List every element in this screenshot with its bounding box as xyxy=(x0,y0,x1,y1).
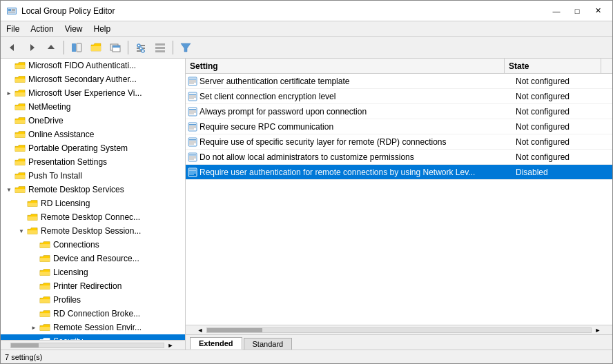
folder-icon xyxy=(14,102,26,112)
svg-marker-8 xyxy=(48,45,55,49)
menu-view[interactable]: View xyxy=(59,23,88,35)
show-hide-button[interactable] xyxy=(68,39,86,56)
setting-column-header[interactable]: Setting xyxy=(186,59,505,73)
tree-expand-icon[interactable]: ▼ xyxy=(3,184,14,195)
menu-action[interactable]: Action xyxy=(25,23,59,35)
svg-rect-35 xyxy=(189,109,196,110)
folder-icon xyxy=(27,199,38,208)
tree-item-label: Push To Install xyxy=(28,171,82,181)
svg-rect-45 xyxy=(189,139,196,141)
svg-rect-32 xyxy=(189,97,196,97)
right-hscroll-track[interactable] xyxy=(206,327,592,333)
table-row[interactable]: Do not allow local administrators to cus… xyxy=(186,150,612,165)
tree-item[interactable]: Security xyxy=(1,334,185,340)
tree-item[interactable]: Licensing xyxy=(1,265,185,279)
tree-item[interactable]: Microsoft FIDO Authenticati... xyxy=(1,59,185,72)
tree-view[interactable]: Microsoft FIDO Authenticati... Microsoft… xyxy=(1,59,185,340)
left-pane: Microsoft FIDO Authenticati... Microsoft… xyxy=(1,59,186,350)
svg-rect-41 xyxy=(189,125,196,126)
tree-item[interactable]: ▼ Remote Desktop Services xyxy=(1,183,185,196)
properties-button[interactable] xyxy=(132,39,150,56)
forward-button[interactable] xyxy=(23,39,41,56)
left-pane-hscroll[interactable]: ► xyxy=(1,340,185,350)
settings-list[interactable]: Server authentication certificate templa… xyxy=(186,74,612,325)
tab-extended[interactable]: Extended xyxy=(190,337,242,350)
close-button[interactable]: ✕ xyxy=(589,4,607,18)
left-hscroll-track[interactable] xyxy=(10,343,164,348)
maximize-button[interactable]: □ xyxy=(568,4,586,18)
tree-item-label: OneDrive xyxy=(28,116,64,125)
svg-rect-3 xyxy=(12,9,15,10)
folder-button[interactable] xyxy=(87,39,105,56)
tree-item[interactable]: Profiles xyxy=(1,293,185,307)
table-row[interactable]: Require secure RPC communication Not con… xyxy=(186,119,612,134)
menu-file[interactable]: File xyxy=(1,23,25,35)
back-button[interactable] xyxy=(3,39,21,56)
tree-item[interactable]: NetMeeting xyxy=(1,100,185,114)
tree-item[interactable]: Remote Desktop Connec... xyxy=(1,210,185,224)
tree-item[interactable]: Push To Install xyxy=(1,169,185,183)
folder-icon xyxy=(39,309,50,318)
right-pane-hscroll[interactable]: ◄ ► xyxy=(186,325,612,334)
svg-marker-7 xyxy=(30,44,35,51)
setting-name: Always prompt for password upon connecti… xyxy=(200,107,516,117)
tree-item[interactable]: ► Remote Session Envir... xyxy=(1,321,185,334)
tree-item[interactable]: Presentation Settings xyxy=(1,155,185,169)
table-row[interactable]: Require user authentication for remote c… xyxy=(186,165,612,180)
tree-item[interactable]: Microsoft Secondary Auther... xyxy=(1,72,185,86)
status-bar: 7 setting(s) xyxy=(1,350,612,363)
table-row[interactable]: Server authentication certificate templa… xyxy=(186,74,612,89)
hscroll-right-btn[interactable]: ► xyxy=(166,341,175,350)
setting-row-icon xyxy=(186,90,200,103)
svg-rect-52 xyxy=(189,157,196,158)
svg-rect-51 xyxy=(189,156,196,156)
folder-icon xyxy=(14,130,26,139)
table-row[interactable]: Set client connection encryption level N… xyxy=(186,89,612,104)
tree-item[interactable]: Printer Redirection xyxy=(1,279,185,293)
right-pane: Setting State Server authentication cert… xyxy=(186,59,612,350)
tree-item[interactable]: Connections xyxy=(1,238,185,252)
setting-row-icon xyxy=(186,150,200,164)
tree-item-label: Connections xyxy=(53,240,99,250)
folder-icon xyxy=(27,226,38,236)
hscroll-left-btn[interactable]: ◄ xyxy=(195,325,205,335)
left-hscroll-thumb[interactable] xyxy=(11,343,39,347)
view-options-button[interactable] xyxy=(151,39,169,56)
minimize-button[interactable]: — xyxy=(547,4,565,18)
new-window-button[interactable] xyxy=(106,39,124,56)
svg-rect-24 xyxy=(188,77,197,85)
tree-item[interactable]: RD Licensing xyxy=(1,196,185,210)
tree-item[interactable]: ▼ Remote Desktop Session... xyxy=(1,224,185,238)
table-row[interactable]: Require use of specific security layer f… xyxy=(186,134,612,150)
window-controls: — □ ✕ xyxy=(547,4,607,18)
tree-expand-icon[interactable]: ► xyxy=(28,322,39,333)
tree-item-label: Online Assistance xyxy=(28,130,94,139)
folder-icon xyxy=(14,88,26,98)
tree-item[interactable]: ► Microsoft User Experience Vi... xyxy=(1,86,185,100)
right-hscroll-right-btn[interactable]: ► xyxy=(593,325,603,335)
tab-standard[interactable]: Standard xyxy=(244,338,293,350)
menu-help[interactable]: Help xyxy=(88,23,117,35)
svg-marker-23 xyxy=(181,43,191,52)
setting-row-icon xyxy=(186,105,200,119)
tree-item[interactable]: Device and Resource... xyxy=(1,252,185,265)
tree-item-label: Device and Resource... xyxy=(53,254,139,263)
tree-item[interactable]: RD Connection Broke... xyxy=(1,307,185,321)
table-row[interactable]: Always prompt for password upon connecti… xyxy=(186,104,612,119)
state-column-header[interactable]: State xyxy=(505,59,601,73)
right-hscroll-thumb[interactable] xyxy=(207,328,262,332)
tree-item[interactable]: Online Assistance xyxy=(1,128,185,141)
toolbar-separator-3 xyxy=(173,41,173,54)
folder-icon xyxy=(39,336,50,340)
filter-button[interactable] xyxy=(177,39,195,56)
tree-expand-icon[interactable]: ► xyxy=(3,88,14,99)
svg-rect-22 xyxy=(155,50,165,52)
tree-expand-icon[interactable]: ▼ xyxy=(16,225,27,236)
column-headers: Setting State xyxy=(186,59,612,74)
tree-item[interactable]: OneDrive xyxy=(1,114,185,128)
setting-row-icon xyxy=(186,165,200,179)
svg-rect-56 xyxy=(189,171,196,172)
tree-item[interactable]: Portable Operating System xyxy=(1,141,185,155)
up-button[interactable] xyxy=(42,39,60,56)
folder-icon xyxy=(14,116,26,125)
